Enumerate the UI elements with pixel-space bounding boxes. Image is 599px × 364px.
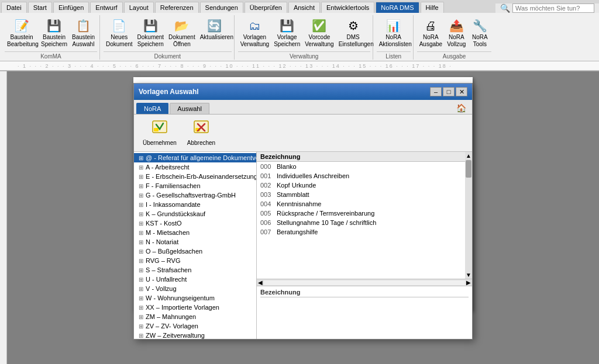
ribbon-tab-bar: Datei Start Einfügen Entwurf Layout Refe… <box>0 0 599 13</box>
list-item-000[interactable]: 000 Blanko <box>257 162 465 171</box>
list-item-003[interactable]: 003 Stammblatt <box>257 190 465 199</box>
dialog-help-icon[interactable]: 🏠 <box>453 102 470 114</box>
tree-item-e[interactable]: ⊞ E - Erbschein-Erb-Auseinandersetzung <box>134 172 256 181</box>
tree-item-w[interactable]: ⊞ W - Wohnungseigentum <box>134 293 256 303</box>
dialog-maximize-button[interactable]: □ <box>443 87 455 96</box>
tree-item-referat[interactable]: ⊞ @ - Referat für allgemeine Dokumentvor… <box>134 153 256 162</box>
item-num: 003 <box>260 191 277 198</box>
tab-datei[interactable]: Datei <box>1 2 27 13</box>
item-label: Kenntnisnahme <box>277 200 321 207</box>
list-item-002[interactable]: 002 Kopf Urkunde <box>257 181 465 190</box>
ribbon-search-input[interactable] <box>512 4 594 13</box>
tree-item-f[interactable]: ⊞ F - Familiensachen <box>134 181 256 190</box>
baustein-bearbeitung-button[interactable]: 📝 BausteinBearbeitung <box>5 16 39 49</box>
expand-icon: ⊞ <box>139 220 146 227</box>
tree-item-kst[interactable]: ⊞ KST - KostO <box>134 219 256 228</box>
main-area: Vorlagen Auswahl – □ ✕ NoRA Auswahl 🏠 <box>0 71 599 364</box>
expand-icon: ⊞ <box>139 286 146 292</box>
vorlage-speichern-button[interactable]: 💾 VorlageSpeichern <box>271 16 302 49</box>
tree-panel[interactable]: ⊞ @ - Referat für allgemeine Dokumentvor… <box>134 152 257 339</box>
ausgabe-group-label: Ausgabe <box>417 51 492 60</box>
scroll-up-button[interactable]: ▲ <box>465 152 472 160</box>
dokument-oeffnen-icon: 📂 <box>174 18 190 34</box>
tree-item-rvg[interactable]: ⊞ RVG – RVG <box>134 256 256 265</box>
expand-icon: ⊞ <box>139 164 146 171</box>
nora-aktionslisten-button[interactable]: 📊 NoRAAktionslisten <box>377 16 411 49</box>
tree-item-zm[interactable]: ⊞ ZM – Mahnungen <box>134 312 256 321</box>
list-header-label: Bezeichnung <box>260 153 300 160</box>
tree-item-label: G - Gesellschaftsvertrag-GmbH <box>146 192 236 199</box>
scroll-down-button[interactable]: ▼ <box>465 271 472 279</box>
baustein-auswahl-button[interactable]: 📋 BausteinAuswahl <box>70 16 97 49</box>
dialog-minimize-button[interactable]: – <box>430 87 442 96</box>
dokument-speichern-button[interactable]: 💾 DokumentSpeichern <box>135 16 167 49</box>
tree-item-xx[interactable]: ⊞ XX – Importierte Vorlagen <box>134 303 256 312</box>
tree-item-zw[interactable]: ⊞ ZW – Zeitverwaltung <box>134 331 256 339</box>
dokument-oeffnen-button[interactable]: 📂 DokumentÖffnen <box>166 16 198 49</box>
vorlagen-verwaltung-button[interactable]: 🗂 VorlagenVerwaltung <box>238 16 271 49</box>
tab-layout[interactable]: Layout <box>124 2 154 13</box>
vorcode-verwaltung-button[interactable]: ✅ VorcodeVerwaltung <box>302 16 336 49</box>
hscrollbar-track <box>264 280 465 285</box>
scrollbar-thumb[interactable] <box>466 160 471 178</box>
detail-header: Bezeichnung <box>260 289 469 297</box>
tab-ansicht[interactable]: Ansicht <box>288 2 320 13</box>
tree-item-zv[interactable]: ⊞ ZV – ZV- Vorlagen <box>134 321 256 331</box>
nora-tools-button[interactable]: 🔧 NoRATools <box>468 16 491 49</box>
tree-item-label: W - Wohnungseigentum <box>146 294 215 301</box>
scroll-right-button[interactable]: ▶ <box>465 279 472 286</box>
listen-group-label: Listen <box>377 51 411 60</box>
scroll-left-button[interactable]: ◀ <box>257 279 264 286</box>
nora-ausgabe-button[interactable]: 🖨 NoRAAusgabe <box>417 16 445 49</box>
tree-item-o[interactable]: ⊞ O – Bußgeldsachen <box>134 247 256 256</box>
tab-referenzen[interactable]: Referenzen <box>155 2 199 13</box>
list-item-004[interactable]: 004 Kenntnisnahme <box>257 199 465 209</box>
list-item-001[interactable]: 001 Individuelles Anschreiben <box>257 171 465 181</box>
tree-item-label: ZV – ZV- Vorlagen <box>146 323 198 330</box>
dialog-tab-nora[interactable]: NoRA <box>136 103 168 114</box>
list-item-006[interactable]: 006 Stellungnahme 10 Tage / schriftlich <box>257 218 465 227</box>
nora-vollzug-button[interactable]: 📤 NoRAVollzug <box>445 16 468 49</box>
ribbon-group-listen: 📊 NoRAAktionslisten Listen <box>374 15 414 60</box>
tab-hilfe[interactable]: Hilfe <box>421 2 444 13</box>
dms-einstellungen-button[interactable]: ⚙ DMSEinstellungen <box>336 16 370 49</box>
detail-panel: Bezeichnung <box>257 286 472 339</box>
ribbon-group-komma: 📝 BausteinBearbeitung 💾 BausteinSpeicher… <box>2 15 100 60</box>
tab-einfuegen[interactable]: Einfügen <box>53 2 89 13</box>
tree-item-i[interactable]: ⊞ I - Inkassomandate <box>134 200 256 209</box>
tab-ueberpruefen[interactable]: Überprüfen <box>245 2 287 13</box>
dialog-tab-auswahl[interactable]: Auswahl <box>170 103 209 114</box>
baustein-speichern-button[interactable]: 💾 BausteinSpeichern <box>39 16 70 49</box>
tree-item-g[interactable]: ⊞ G - Gesellschaftsvertrag-GmbH <box>134 190 256 200</box>
vorcode-verwaltung-icon: ✅ <box>311 18 328 34</box>
tree-item-u[interactable]: ⊞ U - Unfallrecht <box>134 275 256 284</box>
tree-item-label: F - Familiensachen <box>146 182 201 189</box>
tree-item-s[interactable]: ⊞ S – Strafsachen <box>134 265 256 275</box>
abbrechen-button[interactable]: Abbrechen <box>183 118 219 148</box>
tree-item-v[interactable]: ⊞ V - Vollzug <box>134 284 256 293</box>
list-hscrollbar[interactable]: ◀ ▶ <box>257 279 472 286</box>
tab-entwicklertools[interactable]: Entwicklertools <box>321 2 374 13</box>
tree-item-n[interactable]: ⊞ N - Notariat <box>134 237 256 247</box>
list-item-005[interactable]: 005 Rücksprache / Termsvereinbarung <box>257 209 465 218</box>
aktualisieren-button[interactable]: 🔄 Aktualisieren <box>198 16 232 42</box>
tree-item-k[interactable]: ⊞ K – Grundstückskauf <box>134 209 256 219</box>
tab-start[interactable]: Start <box>28 2 52 13</box>
tree-item-m[interactable]: ⊞ M - Mietsachen <box>134 228 256 237</box>
expand-icon: ⊞ <box>139 239 146 245</box>
dialog-content: ⊞ @ - Referat für allgemeine Dokumentvor… <box>134 152 472 339</box>
neues-dokument-button[interactable]: 📄 NeuesDokument <box>104 16 135 49</box>
list-item-007[interactable]: 007 Beratungshilfe <box>257 227 465 237</box>
tree-item-label: M - Mietsachen <box>146 229 190 236</box>
tree-item-a[interactable]: ⊞ A - Arbeitsrecht <box>134 162 256 172</box>
tree-item-label: KST - KostO <box>146 220 182 227</box>
uebernehmen-button[interactable]: Übernehmen <box>139 118 181 148</box>
list-scrollbar[interactable]: ▲ ▼ <box>465 152 472 279</box>
vorlage-speichern-icon: 💾 <box>279 18 295 34</box>
nora-vollzug-icon: 📤 <box>448 18 464 34</box>
dialog-close-button[interactable]: ✕ <box>456 87 467 96</box>
tab-sendungen[interactable]: Sendungen <box>200 2 243 13</box>
tab-nora-dms[interactable]: NoRA DMS <box>376 2 419 13</box>
nora-vollzug-label: NoRAVollzug <box>447 34 466 48</box>
tab-entwurf[interactable]: Entwurf <box>90 2 122 13</box>
